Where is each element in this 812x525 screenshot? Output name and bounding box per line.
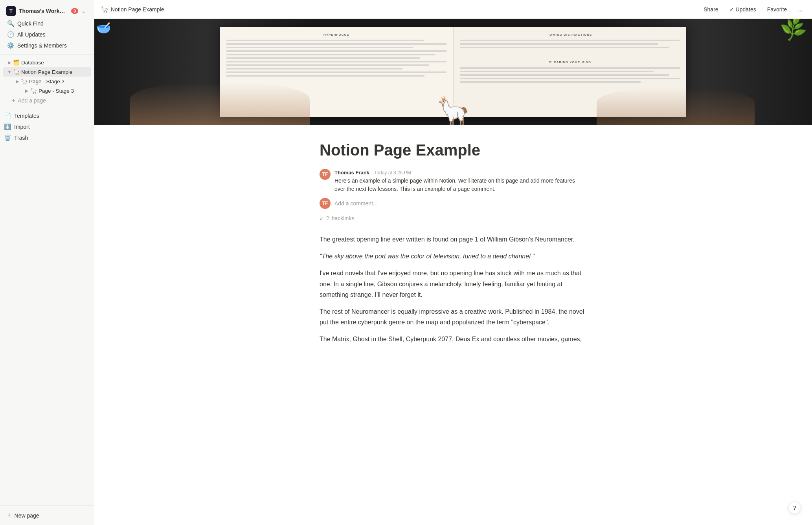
topbar: 🦙 Notion Page Example Share ✓ Updates Fa… <box>94 0 812 19</box>
comment-time: Today at 3:25 PM <box>374 170 411 176</box>
main-content: 🦙 Notion Page Example Share ✓ Updates Fa… <box>94 0 812 525</box>
page-content: Notion Page Example TF Thomas Frank Toda… <box>312 125 595 382</box>
more-options-button[interactable]: ... <box>795 5 806 14</box>
share-button[interactable]: Share <box>700 5 721 14</box>
llama-icon: 🦙 <box>20 78 28 85</box>
body-paragraph-1: The greatest opening line ever written i… <box>320 234 587 245</box>
sidebar-item-label: Page - Stage 2 <box>29 79 64 84</box>
sidebar-all-updates[interactable]: 🕐 All Updates <box>3 29 91 40</box>
add-comment-row[interactable]: TF Add a comment... <box>320 198 587 209</box>
sidebar-top: T Thomas's Worksp... 9 ⌄ 🔍 Quick Find 🕐 … <box>0 0 94 53</box>
cover-inner: HYPERFOCUS T <box>94 19 812 125</box>
help-button[interactable]: ? <box>788 501 801 514</box>
search-icon: 🔍 <box>7 20 14 27</box>
sidebar-divider <box>0 54 94 55</box>
add-page-button[interactable]: + Add a page <box>6 95 88 106</box>
topbar-actions: Share ✓ Updates Favorite ... <box>700 5 806 14</box>
workspace-name: Thomas's Worksp... <box>19 8 68 14</box>
sidebar-item-stage-3[interactable]: ▶ 🦙 Page - Stage 3 <box>3 86 91 95</box>
sidebar-tree: ▶ 🗂️ Database ▼ 🦙 Notion Page Example ▶ … <box>0 58 94 106</box>
body-paragraph-2: "The sky above the port was the color of… <box>320 251 587 262</box>
backlinks-label: backlinks <box>332 215 355 221</box>
arrow-icon: ▼ <box>6 69 13 75</box>
updates-button[interactable]: ✓ Updates <box>726 5 759 14</box>
body-paragraph-4: The rest of Neuromancer is equally impre… <box>320 306 587 327</box>
page-title: Notion Page Example <box>111 6 164 13</box>
llama-cover-icon: 🦙 <box>436 96 470 125</box>
arrow-icon: ▶ <box>6 59 13 66</box>
page-icon: 🦙 <box>101 5 108 13</box>
settings-icon: ⚙️ <box>7 42 14 49</box>
page-title-main: Notion Page Example <box>320 141 587 159</box>
sidebar-footer: + New page <box>0 505 94 525</box>
database-icon: 🗂️ <box>13 59 20 66</box>
breadcrumb: 🦙 Notion Page Example <box>101 5 700 13</box>
backlink-icon: ↙ <box>320 216 324 221</box>
favorite-button[interactable]: Favorite <box>764 5 790 14</box>
sidebar-item-notion-page[interactable]: ▼ 🦙 Notion Page Example <box>3 67 91 77</box>
templates-icon: 📄 <box>4 112 11 119</box>
arrow-icon: ▶ <box>24 88 30 94</box>
trash-icon: 🗑️ <box>4 134 11 141</box>
comment-body: Thomas Frank Today at 3:25 PM Here's an … <box>334 169 587 193</box>
plus-icon: + <box>12 97 15 104</box>
cover-image: HYPERFOCUS T <box>94 19 812 125</box>
comment-author: Thomas Frank <box>334 170 369 176</box>
sidebar-import[interactable]: ⬇️ Import <box>0 121 94 132</box>
sidebar-templates[interactable]: 📄 Templates <box>0 110 94 121</box>
updates-icon: 🕐 <box>7 31 14 38</box>
sidebar-item-label: Notion Page Example <box>21 69 73 75</box>
backlinks-count: 2 <box>326 215 329 221</box>
workspace-expand-btn[interactable]: ⌄ <box>80 7 88 15</box>
body-paragraph-5: The Matrix, Ghost in the Shell, Cyberpun… <box>320 334 587 344</box>
sidebar-item-database[interactable]: ▶ 🗂️ Database <box>3 58 91 67</box>
import-icon: ⬇️ <box>4 123 11 130</box>
llama-icon: 🦙 <box>30 87 37 94</box>
workspace-row[interactable]: T Thomas's Worksp... 9 ⌄ <box>3 4 91 18</box>
workspace-icon: T <box>6 6 16 16</box>
sidebar-item-label: Database <box>21 60 44 66</box>
comment-item: TF Thomas Frank Today at 3:25 PM Here's … <box>320 169 587 193</box>
current-user-avatar: TF <box>320 198 331 209</box>
sidebar-item-label: Page - Stage 3 <box>39 88 74 94</box>
comment-section: TF Thomas Frank Today at 3:25 PM Here's … <box>320 169 587 209</box>
notification-badge: 9 <box>71 8 78 14</box>
workspace-actions: 9 ⌄ <box>71 7 88 15</box>
comment-text: Here's an example of a simple page withi… <box>334 177 587 193</box>
sidebar: T Thomas's Worksp... 9 ⌄ 🔍 Quick Find 🕐 … <box>0 0 94 525</box>
new-page-button[interactable]: + New page <box>3 509 91 522</box>
backlinks-row[interactable]: ↙ 2 backlinks <box>320 215 587 221</box>
arrow-icon: ▶ <box>14 78 20 84</box>
plus-icon: + <box>7 511 11 520</box>
sidebar-quick-find[interactable]: 🔍 Quick Find <box>3 18 91 29</box>
checkmark-icon: ✓ <box>729 6 734 13</box>
sidebar-item-stage-2[interactable]: ▶ 🦙 Page - Stage 2 <box>3 77 91 86</box>
llama-icon: 🦙 <box>13 68 20 75</box>
sidebar-bottom-nav: 📄 Templates ⬇️ Import 🗑️ Trash <box>0 110 94 143</box>
content-scroll[interactable]: HYPERFOCUS T <box>94 19 812 525</box>
add-comment-input[interactable]: Add a comment... <box>334 200 587 207</box>
body-paragraph-3: I've read novels that I've enjoyed more,… <box>320 268 587 300</box>
author-avatar: TF <box>320 169 331 180</box>
sidebar-trash[interactable]: 🗑️ Trash <box>0 132 94 143</box>
sidebar-settings[interactable]: ⚙️ Settings & Members <box>3 40 91 51</box>
